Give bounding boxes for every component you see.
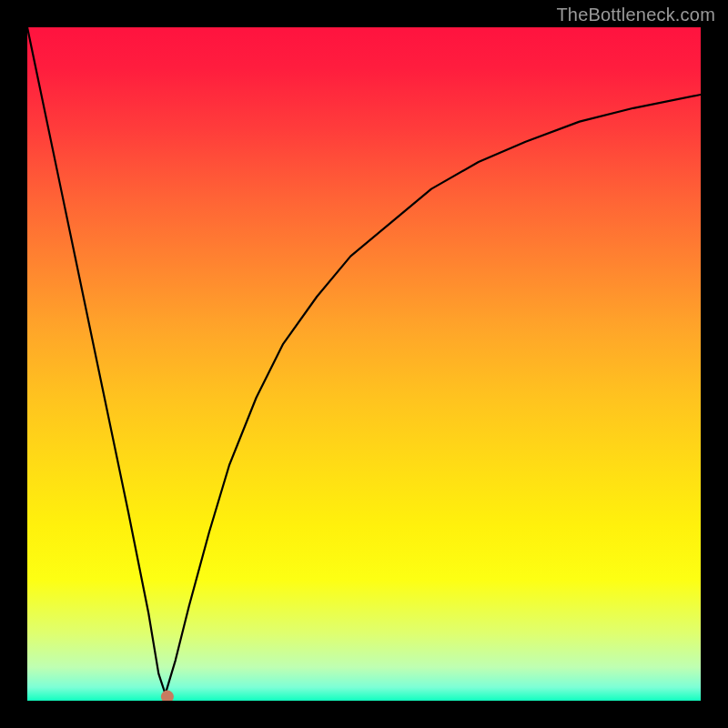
chart-frame: TheBottleneck.com <box>0 0 728 728</box>
watermark-label: TheBottleneck.com <box>556 5 715 25</box>
plot-area <box>27 27 701 701</box>
bottleneck-curve <box>27 27 701 694</box>
plot-svg <box>27 27 701 701</box>
minimum-marker <box>161 691 174 701</box>
